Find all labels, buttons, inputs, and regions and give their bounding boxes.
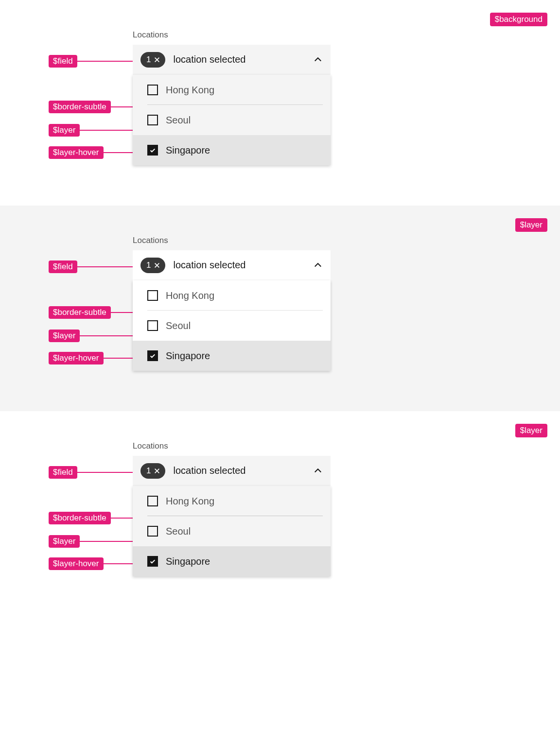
multiselect-field[interactable]: 1 location selected <box>133 250 331 280</box>
multiselect: Locations 1 location selected Hong Kong … <box>133 426 331 576</box>
token-tag: $border-subtle <box>49 101 111 113</box>
multiselect-option[interactable]: Seoul <box>133 105 331 135</box>
selection-count-tag[interactable]: 1 <box>140 463 165 479</box>
multiselect-menu: Hong Kong Seoul Singapore <box>133 486 331 576</box>
multiselect: Locations 1 location selected Hong Kong … <box>133 15 331 165</box>
checkbox-icon[interactable] <box>147 85 158 95</box>
multiselect-option[interactable]: Seoul <box>133 311 331 341</box>
multiselect-menu: Hong Kong Seoul Singapore <box>133 280 331 371</box>
checkbox-icon[interactable] <box>147 496 158 506</box>
multiselect-label: Locations <box>133 441 331 451</box>
token-tag: $layer <box>49 535 80 548</box>
multiselect-field[interactable]: 1 location selected <box>133 456 331 486</box>
token-tag: $field <box>49 260 77 273</box>
selection-count: 1 <box>146 55 151 65</box>
chevron-up-icon[interactable] <box>313 466 323 476</box>
option-label: Singapore <box>166 556 210 567</box>
token-tag: $field <box>49 466 77 479</box>
annotation-field: $field <box>49 466 144 479</box>
multiselect-option[interactable]: Singapore <box>133 546 331 576</box>
multiselect: Locations 1 location selected Hong Kong … <box>133 220 331 371</box>
context-token-tag: $layer <box>515 218 547 232</box>
option-label: Hong Kong <box>166 290 214 301</box>
annotation-layer: $layer <box>49 123 146 137</box>
token-tag: $border-subtle <box>49 512 111 524</box>
token-tag: $layer-hover <box>49 352 104 364</box>
multiselect-menu: Hong Kong Seoul Singapore <box>133 75 331 165</box>
option-label: Seoul <box>166 320 191 331</box>
token-tag: $layer-hover <box>49 557 104 570</box>
annotation-layer: $layer <box>49 329 146 343</box>
close-icon[interactable] <box>154 468 160 474</box>
chevron-up-icon[interactable] <box>313 55 323 65</box>
chevron-up-icon[interactable] <box>313 260 323 270</box>
example-section-3: $layer $field $border-subtle $layer $lay… <box>0 411 560 617</box>
option-label: Hong Kong <box>166 496 214 507</box>
token-tag: $layer-hover <box>49 146 104 159</box>
annotation-field: $field <box>49 54 144 68</box>
example-section-2: $layer $field $border-subtle $layer $lay… <box>0 206 560 411</box>
annotation-column: $field $border-subtle $layer $layer-hove… <box>0 0 136 206</box>
checkbox-checked-icon[interactable] <box>147 145 158 156</box>
example-section-1: $background $field $border-subtle $layer… <box>0 0 560 206</box>
annotation-layer-hover: $layer-hover <box>49 146 145 159</box>
selection-count-tag[interactable]: 1 <box>140 258 165 273</box>
option-label: Seoul <box>166 526 191 537</box>
multiselect-option[interactable]: Seoul <box>133 516 331 546</box>
option-label: Singapore <box>166 350 210 362</box>
multiselect-option[interactable]: Hong Kong <box>133 486 331 516</box>
multiselect-option[interactable]: Singapore <box>133 341 331 371</box>
close-icon[interactable] <box>154 56 160 63</box>
checkbox-icon[interactable] <box>147 320 158 331</box>
option-label: Hong Kong <box>166 85 214 96</box>
annotation-layer-hover: $layer-hover <box>49 351 145 365</box>
annotation-column: $field $border-subtle $layer $layer-hove… <box>0 411 136 617</box>
multiselect-field[interactable]: 1 location selected <box>133 45 331 75</box>
context-token-tag: $background <box>490 13 547 26</box>
multiselect-placeholder: location selected <box>173 260 305 271</box>
annotation-border-subtle: $border-subtle <box>49 100 147 114</box>
selection-count: 1 <box>146 260 151 270</box>
checkbox-icon[interactable] <box>147 526 158 537</box>
token-tag: $field <box>49 55 77 68</box>
annotation-layer: $layer <box>49 535 146 548</box>
multiselect-option[interactable]: Hong Kong <box>133 280 331 311</box>
selection-count: 1 <box>146 466 151 476</box>
option-label: Seoul <box>166 115 191 126</box>
checkbox-checked-icon[interactable] <box>147 350 158 361</box>
multiselect-option[interactable]: Hong Kong <box>133 75 331 105</box>
context-token-tag: $layer <box>515 424 547 437</box>
annotation-border-subtle: $border-subtle <box>49 306 147 319</box>
close-icon[interactable] <box>154 262 160 269</box>
checkbox-icon[interactable] <box>147 290 158 301</box>
annotation-column: $field $border-subtle $layer $layer-hove… <box>0 206 136 411</box>
annotation-border-subtle: $border-subtle <box>49 511 147 525</box>
token-tag: $layer <box>49 124 80 137</box>
checkbox-icon[interactable] <box>147 115 158 125</box>
multiselect-option[interactable]: Singapore <box>133 135 331 165</box>
multiselect-placeholder: location selected <box>173 54 305 65</box>
multiselect-placeholder: location selected <box>173 465 305 476</box>
token-tag: $layer <box>49 330 80 342</box>
checkbox-checked-icon[interactable] <box>147 556 158 567</box>
annotation-field: $field <box>49 260 144 274</box>
multiselect-label: Locations <box>133 30 331 40</box>
option-label: Singapore <box>166 145 210 156</box>
multiselect-label: Locations <box>133 236 331 245</box>
token-tag: $border-subtle <box>49 306 111 319</box>
selection-count-tag[interactable]: 1 <box>140 52 165 68</box>
annotation-layer-hover: $layer-hover <box>49 557 145 571</box>
